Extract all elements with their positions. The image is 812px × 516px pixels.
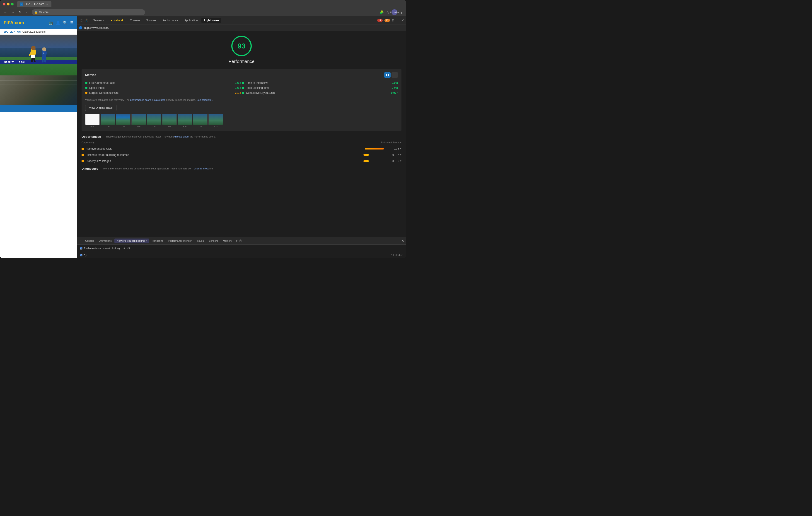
tti-label: Time to Interactive	[246, 81, 392, 85]
opp-col-opportunity: Opportunity	[82, 141, 94, 144]
devtools-tab-elements[interactable]: Elements	[90, 18, 107, 23]
device-icon[interactable]: 📱	[84, 18, 89, 23]
diag-directly-affect-link[interactable]: directly affect	[194, 167, 209, 170]
inspect-icon[interactable]: ⬚	[79, 18, 83, 23]
perf-score-link[interactable]: performance score is calculated	[130, 98, 165, 101]
tv-icon[interactable]: 📺	[49, 21, 53, 25]
devtools-tab-sources[interactable]: Sources	[143, 18, 159, 23]
devtools-sub-bar: 🔵 https://www.fifa.com/ ⋮	[77, 25, 406, 31]
toolbar-icons: 🧩 ☆ Incognito ⋮	[379, 9, 403, 15]
filmstrip-frame-6: 3.4s	[178, 114, 192, 128]
fifa-logo-suffix: .com	[13, 20, 24, 25]
filter-value: *.js	[84, 254, 87, 256]
second-image	[0, 75, 77, 105]
bottom-tab-console[interactable]: Console	[83, 239, 96, 243]
bottom-tab-animations[interactable]: Animations	[97, 239, 114, 243]
browser-tab-fifa[interactable]: F FIFA - FIFA.com ×	[17, 1, 52, 7]
bookmark-icon[interactable]: ☆	[386, 10, 389, 14]
filmstrip-frame-7: 3.9s	[193, 114, 207, 128]
opp-name-render: Eliminate render-blocking resources	[86, 153, 361, 156]
svg-rect-18	[393, 74, 396, 74]
bottom-tab-memory[interactable]: Memory	[221, 239, 234, 243]
opp-bar-container-css	[365, 148, 392, 150]
new-tab-button[interactable]: +	[52, 1, 58, 7]
close-devtools-icon[interactable]: ✕	[402, 19, 404, 22]
devtools-panel: ⬚ 📱 Elements ▲ ▲ NetworkNetwork Console …	[77, 16, 406, 258]
bottom-tab-perf-monitor[interactable]: Performance monitor	[166, 239, 194, 243]
close-bottom-panel-icon[interactable]: ✕	[402, 239, 404, 243]
bottom-tab-network-blocking[interactable]: Network request blocking ×	[114, 239, 149, 243]
menu-hamburger-icon[interactable]: ☰	[70, 21, 74, 25]
profile-button[interactable]: Incognito	[392, 9, 397, 15]
sub-bar-more[interactable]: ⋮	[401, 26, 404, 29]
devtools-tab-network[interactable]: ▲ ▲ NetworkNetwork	[107, 18, 126, 23]
refresh-blocking-btn[interactable]: ⏱	[127, 246, 130, 250]
svg-rect-2	[31, 58, 33, 62]
maximize-traffic-light[interactable]	[11, 3, 13, 5]
lock-icon: 🔒	[34, 11, 38, 14]
svg-text:9: 9	[43, 52, 45, 54]
devtools-tab-console[interactable]: Console	[127, 18, 143, 23]
lcp-value: 3.1 s	[235, 91, 241, 94]
add-panel-button[interactable]: +	[236, 239, 238, 243]
grid-view-btn[interactable]	[384, 72, 390, 78]
bottom-tab-sensors[interactable]: Sensors	[206, 239, 220, 243]
fifa-logo-text: FIFA	[4, 20, 13, 25]
view-original-trace-button[interactable]: View Original Trace	[85, 105, 116, 111]
fcp-value: 1.6 s	[235, 81, 241, 85]
home-button[interactable]: ⌂	[25, 9, 30, 15]
address-bar[interactable]: 🔒 fifa.com	[32, 9, 145, 15]
opp-row-css: Remove unused CSS 0.6 s ▾	[82, 146, 402, 152]
bottom-panel-drag-icon[interactable]: ⋮	[79, 239, 82, 242]
svg-rect-14	[386, 73, 387, 75]
devtools-tab-performance[interactable]: Performance	[160, 18, 181, 23]
footer-banner	[0, 105, 77, 112]
diag-title: Diagnostics	[82, 167, 98, 170]
metrics-note: Values are estimated and may vary. The p…	[85, 98, 398, 102]
bottom-tab-issues[interactable]: Issues	[194, 239, 206, 243]
js-filter-checkbox-label[interactable]: *.js	[80, 254, 87, 256]
opp-bar-wrapper-render: 0.15 s ▾	[364, 153, 402, 156]
extensions-icon[interactable]: 🧩	[379, 10, 384, 14]
menu-icon[interactable]: ⋮	[400, 10, 403, 14]
settings-icon[interactable]: ⚙	[392, 19, 395, 22]
bottom-tab-rendering[interactable]: Rendering	[149, 239, 166, 243]
forward-button[interactable]: →	[10, 9, 16, 15]
history-button[interactable]: ⏱	[239, 239, 242, 243]
filmstrip-frame-0: 0.3s	[85, 114, 100, 128]
devtools-tab-application[interactable]: Application	[182, 18, 201, 23]
opp-chevron-render[interactable]: ▾	[400, 153, 402, 156]
back-button[interactable]: ←	[3, 9, 8, 15]
close-traffic-light[interactable]	[3, 3, 5, 5]
js-filter-checkbox[interactable]	[80, 254, 83, 256]
lcp-label: Largest Contentful Paint	[89, 91, 235, 94]
enable-blocking-checkbox[interactable]	[80, 247, 83, 250]
tab-close-button[interactable]: ×	[46, 2, 49, 6]
opp-table-header: Opportunity Estimated Savings	[82, 140, 402, 145]
calculator-link[interactable]: See calculator.	[197, 98, 213, 101]
devtools-tab-lighthouse[interactable]: Lighthouse	[201, 18, 222, 23]
add-blocking-pattern-btn[interactable]: +	[123, 246, 125, 250]
metric-fcp: First Contentful Paint 1.6 s	[85, 81, 241, 85]
user-icon[interactable]: 👤	[56, 21, 60, 25]
more-options-icon[interactable]: ⋮	[397, 19, 400, 22]
main-content: FIFA.com 📺 👤 🔍 ☰ SPOTLIGHT ON Qatar 2022…	[0, 16, 406, 258]
tab-favicon: F	[20, 2, 23, 6]
bottom-tab-close-icon[interactable]: ×	[145, 240, 147, 242]
enable-blocking-label[interactable]: Enable network request blocking	[80, 247, 120, 250]
filmstrip-frame-5: 2.9s	[162, 114, 177, 128]
hero-image: HINESE TA TOSH	[0, 35, 77, 75]
si-dot	[85, 87, 87, 89]
refresh-button[interactable]: ↻	[17, 9, 23, 15]
tab-bar: F FIFA - FIFA.com × +	[17, 1, 403, 7]
search-icon[interactable]: 🔍	[63, 21, 67, 25]
metric-si: Speed Index 1.6 s	[85, 85, 241, 90]
filmstrip-frame-1: 0.9s	[100, 114, 115, 128]
directly-affect-link[interactable]: directly affect	[174, 135, 189, 138]
diag-desc: — More information about the performance…	[100, 167, 213, 170]
opp-chevron-css[interactable]: ▾	[400, 147, 402, 150]
minimize-traffic-light[interactable]	[7, 3, 9, 5]
opp-chevron-images[interactable]: ▾	[400, 159, 402, 162]
list-view-btn[interactable]	[392, 72, 398, 78]
browser-window: F FIFA - FIFA.com × + ← → ↻ ⌂ 🔒 fifa.com…	[0, 0, 406, 258]
